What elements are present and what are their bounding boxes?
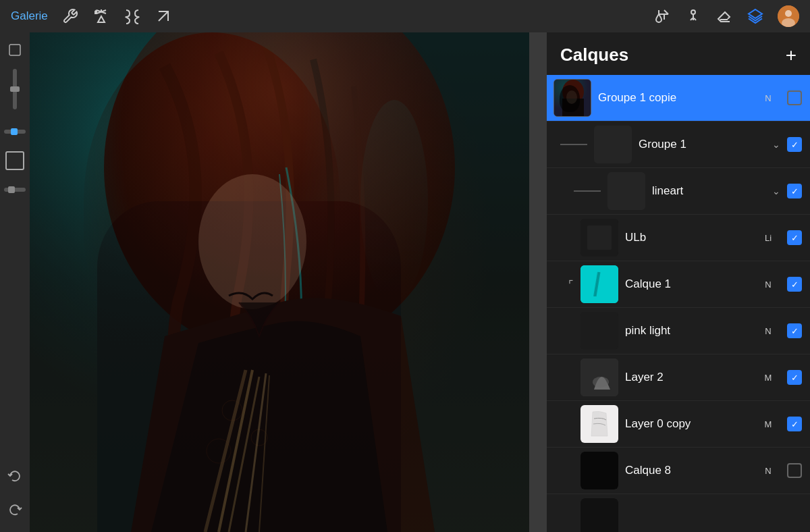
redo-button[interactable] <box>4 500 26 521</box>
layer-check-calque8[interactable] <box>787 463 802 478</box>
layer-check-pink-light[interactable] <box>787 323 802 338</box>
layer-item-calque8[interactable]: Calque 8 N <box>547 448 810 494</box>
top-toolbar: Galerie <box>0 0 810 32</box>
toolbar-left: Galerie <box>11 7 172 25</box>
layer-item-lineart[interactable]: lineart ⌄ <box>547 168 810 215</box>
layer-name-calque8: Calque 8 <box>625 464 755 477</box>
layer-thumb-pink-light <box>580 312 618 350</box>
artwork-canvas <box>30 32 529 532</box>
layers-list: Groupe 1 copie N Groupe 1 ⌄ li <box>547 75 810 532</box>
svg-point-36 <box>594 411 599 418</box>
layer-item-layer0-copy[interactable]: Layer 0 copy M <box>547 401 810 448</box>
layers-header: Calques + <box>547 32 810 75</box>
wrench-icon[interactable] <box>61 7 79 25</box>
script-icon[interactable] <box>124 7 141 25</box>
profile-avatar[interactable] <box>778 5 799 27</box>
layer-check-calque1[interactable] <box>787 277 802 292</box>
layer-name-pink-light: pink light <box>625 324 755 338</box>
svg-rect-23 <box>554 80 591 117</box>
lineart-chevron-icon[interactable]: ⌄ <box>772 186 780 196</box>
svg-rect-25 <box>562 99 584 117</box>
layer-thumb-bottom <box>580 498 618 532</box>
layer-name-calque1: Calque 1 <box>625 277 755 291</box>
artwork-image <box>30 32 529 532</box>
layer-check-ulb[interactable] <box>787 230 802 245</box>
layer-thumb-lineart <box>608 172 645 210</box>
svg-point-18 <box>198 174 306 309</box>
groupe1-chevron-icon[interactable]: ⌄ <box>772 139 780 150</box>
layer-item-bottom[interactable] <box>547 494 810 532</box>
layer-item-pink-light[interactable]: pink light N <box>547 308 810 354</box>
layer-item-groupe1[interactable]: Groupe 1 ⌄ <box>547 122 810 168</box>
layer-mode-groupe1-copie: N <box>761 93 775 103</box>
layer-check-layer0-copy[interactable] <box>787 417 802 431</box>
layer-mode-calque1: N <box>761 280 775 290</box>
layers-panel: Calques + Groupe 1 copie N <box>547 32 810 532</box>
group-divider <box>560 144 587 145</box>
svg-rect-27 <box>594 126 632 163</box>
brush-icon[interactable] <box>653 7 671 25</box>
layer-thumb-layer2 <box>580 358 618 396</box>
eraser-icon[interactable] <box>716 7 733 25</box>
layer-name-layer2: Layer 2 <box>625 371 755 384</box>
layer-thumb-calque1 <box>580 265 618 303</box>
svg-rect-14 <box>9 45 20 55</box>
arrow-diagonal-icon[interactable] <box>155 7 172 25</box>
layer-thumb-layer0-copy <box>580 405 618 443</box>
layer-thumb-groupe1 <box>594 126 632 163</box>
layer-mode-layer2: M <box>761 373 775 383</box>
layer-check-layer2[interactable] <box>787 370 802 385</box>
layer-name-groupe1: Groupe 1 <box>639 138 765 151</box>
svg-rect-38 <box>580 498 618 532</box>
add-layer-button[interactable]: + <box>786 46 796 65</box>
left-toolbar <box>0 32 30 532</box>
opacity-slider[interactable] <box>13 69 17 109</box>
layer-item-groupe1-copie[interactable]: Groupe 1 copie N <box>547 75 810 122</box>
svg-rect-28 <box>608 172 645 210</box>
svg-point-34 <box>593 377 609 388</box>
shape-tool[interactable] <box>5 151 24 170</box>
layer-name-lineart: lineart <box>652 184 765 198</box>
layer-name-ulb: ULb <box>625 231 755 244</box>
svg-rect-32 <box>580 312 618 350</box>
layer-item-ulb[interactable]: ULb Li <box>547 215 810 261</box>
layer-thumb-ulb <box>580 219 618 257</box>
layer-item-layer2[interactable]: Layer 2 M <box>547 354 810 401</box>
svg-line-3 <box>159 11 168 21</box>
gallery-button[interactable]: Galerie <box>11 9 48 23</box>
svg-rect-37 <box>580 452 618 489</box>
svg-point-8 <box>691 10 695 14</box>
layer-item-calque1[interactable]: ⌜ Calque 1 N <box>547 261 810 308</box>
layer-mode-calque8: N <box>761 466 775 476</box>
flow-slider[interactable] <box>4 188 26 192</box>
layer-name-layer0-copy: Layer 0 copy <box>625 417 755 431</box>
smudge-icon[interactable] <box>684 7 702 25</box>
group-divider-lineart <box>574 190 601 192</box>
layer-check-groupe1[interactable] <box>787 137 802 152</box>
layer-mode-pink-light: N <box>761 326 775 336</box>
layer-mode-ulb: Li <box>761 233 775 243</box>
size-slider[interactable] <box>4 130 26 134</box>
svg-rect-30 <box>587 225 612 250</box>
toolbar-right <box>653 5 799 27</box>
layer-check-groupe1-copie[interactable] <box>787 90 802 105</box>
layer-thumb-calque8 <box>580 452 618 489</box>
layers-panel-icon[interactable] <box>747 7 764 25</box>
layer-mode-layer0-copy: M <box>761 419 775 429</box>
layers-title: Calques <box>560 45 628 65</box>
layer-check-lineart[interactable] <box>787 184 802 198</box>
undo-button[interactable] <box>4 466 26 487</box>
modify-tool[interactable] <box>4 39 26 61</box>
layer-name-groupe1-copie: Groupe 1 copie <box>598 91 755 105</box>
magic-icon[interactable] <box>92 7 110 25</box>
layer-thumb-groupe1-copie <box>554 79 591 117</box>
svg-point-26 <box>566 90 577 104</box>
bracket-icon: ⌜ <box>568 278 574 291</box>
svg-rect-31 <box>580 265 618 303</box>
svg-point-12 <box>785 10 792 17</box>
